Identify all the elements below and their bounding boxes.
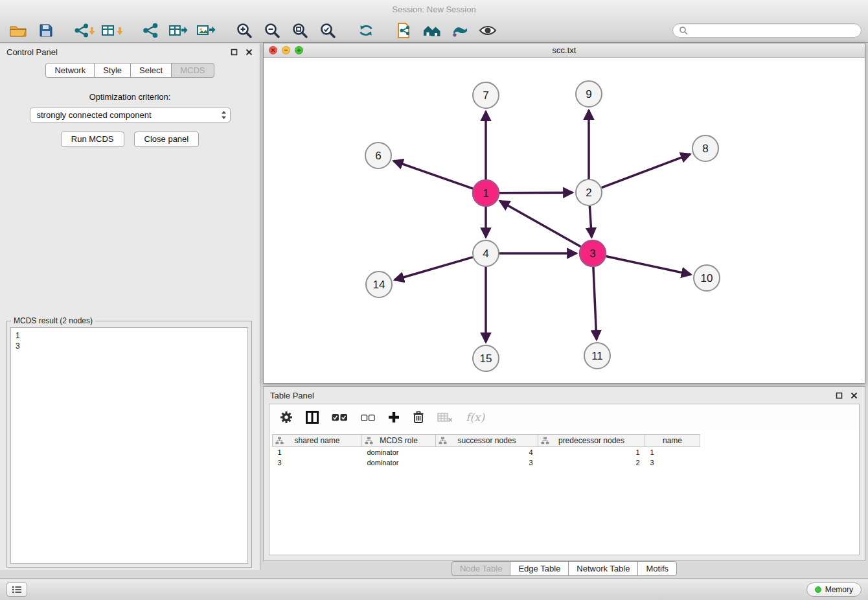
tab-motifs[interactable]: Motifs — [637, 561, 677, 576]
close-icon — [246, 49, 253, 56]
open-session-button[interactable] — [6, 20, 30, 41]
node-label: 7 — [483, 89, 488, 102]
table-settings-button[interactable] — [280, 411, 293, 424]
zoom-out-button[interactable] — [260, 20, 284, 41]
new-network-icon — [142, 23, 159, 38]
edge-3-10[interactable] — [606, 256, 691, 274]
column-header-name[interactable]: name — [645, 435, 700, 447]
delete-column-button[interactable] — [413, 411, 424, 424]
close-panel-action-button[interactable]: Close panel — [134, 132, 200, 147]
table-panel-tabs: Node Table Edge Table Network Table Moti… — [263, 561, 865, 575]
show-columns-button[interactable] — [306, 411, 319, 424]
memory-status-dot — [815, 586, 821, 593]
network-window-title: scc.txt — [264, 45, 865, 55]
float-panel-button[interactable] — [229, 47, 238, 56]
new-table-button[interactable] — [166, 20, 190, 41]
import-table-button[interactable] — [100, 20, 124, 41]
graph-node-6[interactable]: 6 — [365, 143, 391, 168]
graph-node-2[interactable]: 2 — [576, 179, 602, 205]
graph-node-14[interactable]: 14 — [366, 271, 392, 297]
network-canvas[interactable]: 7968124314101511 — [264, 58, 865, 383]
graph-node-1[interactable]: 1 — [473, 180, 499, 206]
mcds-result-box[interactable]: 1 3 — [10, 327, 248, 564]
graph-node-11[interactable]: 11 — [584, 343, 610, 369]
save-session-button[interactable] — [34, 20, 58, 41]
tab-style[interactable]: Style — [94, 63, 131, 78]
tab-node-table[interactable]: Node Table — [451, 561, 511, 576]
zoom-selected-button[interactable] — [316, 20, 339, 41]
mcds-result-line: 3 — [16, 341, 243, 351]
node-label: 15 — [480, 352, 492, 365]
tab-edge-table[interactable]: Edge Table — [510, 561, 569, 576]
zoom-in-icon — [236, 22, 253, 39]
apply-style-button[interactable] — [448, 20, 472, 41]
minimize-window-button[interactable] — [282, 46, 290, 54]
memory-button[interactable]: Memory — [806, 583, 862, 597]
edge-3-11[interactable] — [593, 267, 597, 340]
trash-icon — [413, 411, 424, 424]
toolbar-search[interactable] — [672, 23, 862, 38]
mcds-result-title: MCDS result (2 nodes) — [11, 316, 95, 325]
eye-icon — [479, 23, 497, 38]
node-label: 1 — [483, 187, 488, 200]
node-table-area: f(x) shared name MCDS role successor nod… — [269, 404, 860, 555]
document-network-icon — [396, 22, 413, 39]
tab-mcds[interactable]: MCDS — [171, 63, 214, 78]
table-row[interactable]: 1 dominator 4 1 1 — [273, 447, 700, 457]
column-header-predecessor-nodes[interactable]: predecessor nodes — [538, 435, 645, 447]
maximize-window-button[interactable] — [295, 46, 303, 54]
edge-1-2[interactable] — [499, 192, 573, 193]
task-history-button[interactable] — [6, 583, 27, 597]
edge-1-6[interactable] — [394, 161, 474, 189]
add-column-button[interactable] — [388, 411, 400, 423]
node-label: 6 — [375, 150, 381, 162]
edge-2-3[interactable] — [589, 206, 591, 237]
save-floppy-icon — [39, 23, 53, 38]
graph-node-8[interactable]: 8 — [692, 135, 718, 161]
graph-node-3[interactable]: 3 — [580, 240, 606, 266]
edge-3-1[interactable] — [500, 201, 581, 246]
close-window-button[interactable] — [269, 46, 277, 54]
edge-2-8[interactable] — [602, 154, 691, 188]
graph-node-9[interactable]: 9 — [576, 81, 602, 107]
close-panel-button[interactable] — [244, 47, 253, 56]
search-input[interactable] — [691, 26, 855, 35]
float-icon — [231, 49, 238, 56]
network-view-window: scc.txt 7968124314101511 — [263, 43, 865, 384]
float-table-panel-button[interactable] — [834, 391, 843, 400]
close-table-panel-button[interactable] — [849, 391, 858, 400]
network-from-selection-button[interactable] — [393, 20, 416, 41]
select-all-columns-button[interactable] — [332, 413, 348, 422]
graph-node-4[interactable]: 4 — [473, 240, 499, 266]
float-icon — [836, 392, 843, 399]
deselect-all-columns-button[interactable] — [361, 413, 375, 422]
column-header-mcds-role[interactable]: MCDS role — [362, 435, 436, 447]
edge-4-14[interactable] — [394, 257, 473, 280]
table-row[interactable]: 3 dominator 3 2 3 — [273, 457, 700, 468]
graph-node-7[interactable]: 7 — [473, 82, 499, 108]
refresh-view-button[interactable] — [354, 20, 378, 41]
houses-icon — [422, 23, 442, 38]
graph-node-15[interactable]: 15 — [473, 345, 499, 371]
column-header-successor-nodes[interactable]: successor nodes — [436, 435, 538, 447]
criterion-dropdown[interactable]: strongly connected component — [30, 108, 231, 122]
column-header-shared-name[interactable]: shared name — [273, 435, 362, 447]
node-label: 8 — [702, 143, 708, 155]
graph-node-10[interactable]: 10 — [694, 265, 720, 291]
search-icon — [679, 26, 688, 35]
tab-network-table[interactable]: Network Table — [568, 561, 638, 576]
mcds-result-group: MCDS result (2 nodes) 1 3 — [6, 321, 252, 568]
export-image-button[interactable] — [194, 20, 218, 41]
first-neighbors-button[interactable] — [420, 20, 444, 41]
zoom-in-button[interactable] — [233, 20, 256, 41]
import-network-button[interactable] — [73, 20, 96, 41]
zoom-fit-button[interactable] — [288, 20, 312, 41]
show-graphics-details-button[interactable] — [476, 20, 499, 41]
run-mcds-button[interactable]: Run MCDS — [61, 132, 124, 147]
import-network-icon — [73, 23, 95, 38]
window-titlebar: Session: New Session — [0, 0, 868, 18]
column-type-icon — [365, 437, 373, 444]
new-network-button[interactable] — [139, 20, 162, 41]
tab-network[interactable]: Network — [45, 63, 95, 78]
tab-select[interactable]: Select — [130, 63, 172, 78]
